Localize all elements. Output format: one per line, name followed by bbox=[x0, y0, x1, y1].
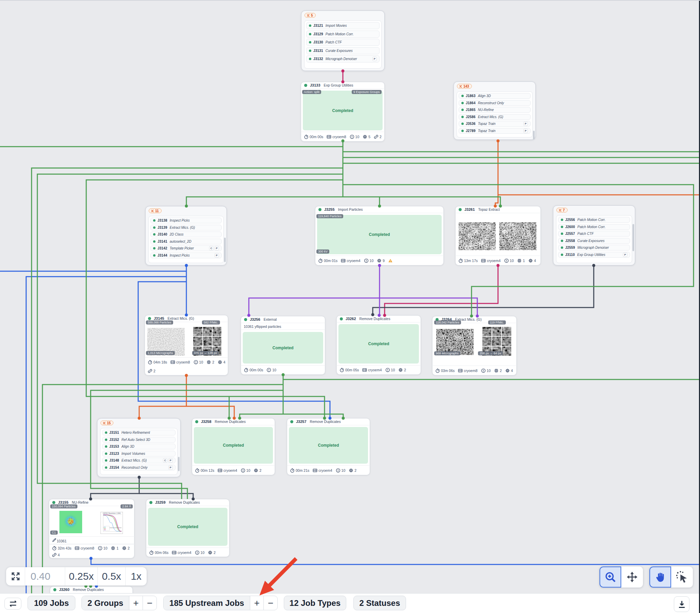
svg-text:GSFSC Resolution: 2.84A: GSFSC Resolution: 2.84A bbox=[103, 512, 120, 514]
